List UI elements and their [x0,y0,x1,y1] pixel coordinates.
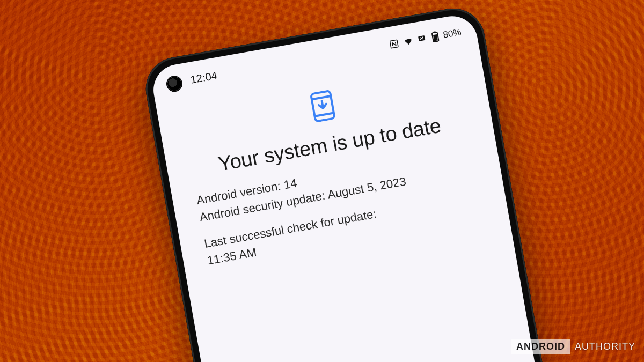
wifi-icon [402,36,414,47]
svg-line-6 [312,96,331,99]
status-right-cluster: 80% [388,26,462,50]
watermark: ANDROID AUTHORITY [511,339,635,354]
watermark-brand-a: ANDROID [511,339,570,354]
system-update-icon [309,89,337,123]
svg-rect-4 [433,34,438,41]
no-signal-icon [417,33,428,45]
update-content: Your system is up to date Android versio… [158,63,509,273]
svg-line-7 [314,113,333,116]
battery-icon [430,30,440,43]
status-time: 12:04 [189,69,218,86]
battery-percent: 80% [442,27,462,41]
nfc-icon [389,39,400,50]
watermark-brand-b: AUTHORITY [570,339,635,354]
